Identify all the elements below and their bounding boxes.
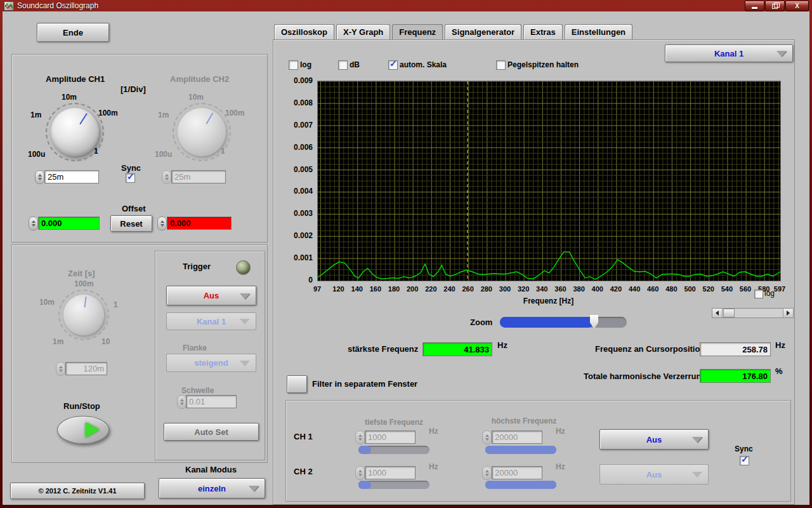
x-tick-label: 540 xyxy=(721,285,733,293)
zeit-needle xyxy=(83,297,87,315)
cursor-freq-label: Frequenz an Cursorposition xyxy=(595,344,705,354)
ch2-scale-100m: 100m xyxy=(225,109,245,117)
chevron-down-icon xyxy=(240,361,250,366)
ch1-low-spinner[interactable] xyxy=(355,431,365,444)
ch1-scale-100m: 100m xyxy=(98,109,118,117)
scrollbar-track[interactable] xyxy=(723,309,783,318)
filter-window-button[interactable] xyxy=(287,375,307,393)
amplitude-ch2-knob[interactable] xyxy=(178,108,226,156)
ch2-low-value[interactable]: 1000 xyxy=(365,466,416,479)
ch1-high-slider[interactable] xyxy=(485,446,556,454)
x-tick-label: 460 xyxy=(647,285,658,293)
restore-button[interactable] xyxy=(765,1,785,11)
app-icon xyxy=(4,1,14,11)
amplitude-ch1-spinner[interactable] xyxy=(35,170,44,184)
zoom-slider[interactable] xyxy=(500,317,627,328)
ch1-scale-100u: 100u xyxy=(28,150,45,159)
scrollbar-thumb[interactable] xyxy=(723,309,735,318)
x-tick-label: 240 xyxy=(443,285,455,293)
graph-scrollbar[interactable] xyxy=(712,308,794,318)
y-tick-label: 0 xyxy=(308,276,313,284)
db-checkbox[interactable] xyxy=(338,60,348,70)
amplitude-ch1-knob[interactable] xyxy=(51,108,99,156)
zeit-scale-1: 1 xyxy=(114,300,118,309)
trigger-mode-dropdown[interactable]: Aus xyxy=(166,286,256,305)
ch2-scale-1m: 1m xyxy=(158,110,169,119)
zeit-scale-100m: 100m xyxy=(74,279,94,288)
tab-extras[interactable]: Extras xyxy=(523,24,563,39)
titlebar[interactable]: Soundcard Oszillograph X xyxy=(0,0,812,11)
log-checkbox[interactable] xyxy=(289,60,298,70)
filter-sync-checkbox[interactable] xyxy=(740,456,749,465)
offset-ch2-spinner[interactable] xyxy=(157,217,167,231)
schwelle-spinner[interactable] xyxy=(177,395,187,409)
zeit-knob[interactable] xyxy=(63,295,104,335)
amplitude-sync-checkbox[interactable] xyxy=(126,173,135,183)
axis-log-label: log xyxy=(764,289,775,298)
scroll-left-button[interactable] xyxy=(712,309,723,318)
tab-frequenz[interactable]: Frequenz xyxy=(392,24,443,39)
tab-xy-graph[interactable]: X-Y Graph xyxy=(336,24,390,39)
ende-button[interactable]: Ende xyxy=(37,23,109,42)
ch2-low-slider[interactable] xyxy=(358,481,429,489)
tab-einstellungen[interactable]: Einstellungen xyxy=(565,24,632,39)
chevron-down-icon xyxy=(249,486,259,491)
zeit-scale-10: 10 xyxy=(102,337,110,346)
close-icon: X xyxy=(795,3,799,10)
ch1-filter-mode-dropdown[interactable]: Aus xyxy=(599,429,709,450)
tab-oszilloskop[interactable]: Oszilloskop xyxy=(274,24,334,39)
offset-ch1-spinner[interactable] xyxy=(29,217,38,231)
y-tick-label: 0.007 xyxy=(294,121,313,130)
copyright-bar: © 2012 C. Zeitnitz V1.41 xyxy=(10,483,145,499)
ch1-low-slider-fill xyxy=(358,446,371,454)
tab-signalgenerator[interactable]: Signalgenerator xyxy=(445,24,521,39)
ch2-low-spinner[interactable] xyxy=(355,466,365,480)
chevron-down-icon xyxy=(240,293,250,299)
x-tick-label: 300 xyxy=(499,285,511,293)
peaks-checkbox[interactable] xyxy=(496,60,506,70)
auto-set-button[interactable]: Auto Set xyxy=(164,423,259,441)
x-tick-label: 380 xyxy=(573,285,584,293)
amplitude-ch2-title: Amplitude CH2 xyxy=(170,74,229,84)
x-tick-label: 520 xyxy=(703,285,714,293)
zoom-slider-fill xyxy=(500,317,594,328)
flanke-dropdown[interactable]: steigend xyxy=(166,354,256,372)
amplitude-ch2-spinner[interactable] xyxy=(162,170,171,184)
ch2-high-spinner[interactable] xyxy=(482,466,492,480)
ch1-scale-1: 1 xyxy=(94,147,98,156)
y-tick-label: 0.002 xyxy=(294,231,313,240)
offset-ch2-value[interactable]: 0.000 xyxy=(167,217,232,230)
minimize-button[interactable] xyxy=(745,1,764,11)
arrow-right-icon xyxy=(787,311,790,316)
x-tick-label: 500 xyxy=(684,285,695,293)
trigger-channel-dropdown[interactable]: Kanal 1 xyxy=(166,312,256,330)
window-title: Soundcard Oszillograph xyxy=(17,1,98,10)
ch2-filter-mode-value: Aus xyxy=(646,470,662,479)
offset-ch1-value[interactable]: 0.000 xyxy=(38,217,100,230)
offset-reset-button[interactable]: Reset xyxy=(110,215,152,232)
close-button[interactable]: X xyxy=(785,1,809,11)
x-tick-label: 360 xyxy=(554,285,566,293)
ch2-high-slider[interactable] xyxy=(485,481,556,489)
kanal-modus-dropdown[interactable]: einzeln xyxy=(159,478,265,498)
amplitude-ch1-value[interactable]: 25m xyxy=(44,170,99,184)
ch1-low-slider[interactable] xyxy=(358,446,429,454)
axis-log-checkbox[interactable] xyxy=(754,290,763,298)
y-tick-label: 0.003 xyxy=(294,209,313,218)
ch1-high-unit: Hz xyxy=(556,427,565,436)
ch2-filter-mode-dropdown[interactable]: Aus xyxy=(599,464,709,485)
spectrum-plot[interactable] xyxy=(317,81,781,281)
scroll-right-button[interactable] xyxy=(783,309,793,318)
ch1-high-value[interactable]: 20000 xyxy=(492,431,542,444)
autoscale-checkbox[interactable] xyxy=(388,60,398,70)
trigger-channel-value: Kanal 1 xyxy=(197,317,226,326)
channel-select-dropdown[interactable]: Kanal 1 xyxy=(665,44,793,62)
run-stop-button[interactable] xyxy=(57,416,109,444)
zeit-spinner[interactable] xyxy=(56,362,65,376)
schwelle-value: 0.01 xyxy=(186,395,237,408)
ch1-low-value[interactable]: 1000 xyxy=(365,431,416,444)
ch1-high-spinner[interactable] xyxy=(482,431,492,444)
ch2-high-value[interactable]: 20000 xyxy=(492,466,542,479)
play-icon xyxy=(86,422,100,438)
channel-select-value: Kanal 1 xyxy=(714,49,743,58)
